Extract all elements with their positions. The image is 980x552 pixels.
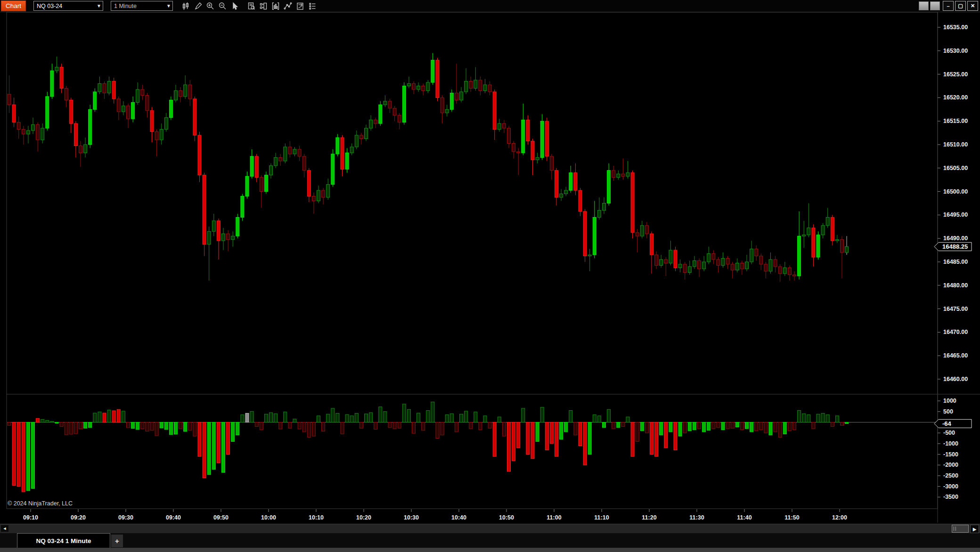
delta-bar <box>540 407 544 422</box>
minimize-button[interactable]: – <box>943 1 954 11</box>
candle <box>359 135 363 138</box>
candle <box>384 101 387 105</box>
chart-trader-icon[interactable] <box>257 1 270 11</box>
interval-dropdown[interactable]: 1 Minute ▼ <box>111 1 173 11</box>
delta-bar <box>631 422 634 457</box>
delta-bar <box>188 422 192 430</box>
delta-bar <box>431 402 434 422</box>
delta-bar <box>788 422 791 431</box>
delta-bar <box>388 422 392 428</box>
delta-bar <box>255 422 258 427</box>
candle <box>69 100 73 123</box>
candle <box>322 190 325 197</box>
candle <box>731 264 734 270</box>
delta-bar <box>807 415 810 422</box>
delta-bar <box>835 416 839 422</box>
delta-bar <box>655 422 658 457</box>
delta-bar <box>331 408 335 422</box>
delta-bar <box>17 422 20 487</box>
price-axis-label: 16535.00 <box>943 24 968 31</box>
delta-bar <box>236 422 239 435</box>
delta-bar <box>274 414 278 422</box>
cursor-icon[interactable] <box>229 1 241 11</box>
drawing-line-icon[interactable] <box>282 1 294 11</box>
delta-bar <box>826 415 829 422</box>
close-button[interactable]: ✕ <box>967 1 978 11</box>
zoom-out-icon[interactable] <box>216 1 229 11</box>
delta-bar <box>184 422 187 432</box>
delta-bar <box>731 422 734 429</box>
instrument-link-icon[interactable] <box>919 1 929 10</box>
strategies-icon[interactable] <box>294 1 306 11</box>
delta-bar <box>750 422 753 432</box>
candle <box>317 190 320 201</box>
delta-bar <box>841 422 844 426</box>
candle <box>341 138 344 169</box>
delta-bar <box>374 422 377 430</box>
delta-bar <box>231 422 235 442</box>
delta-bar <box>512 422 515 461</box>
candle <box>336 138 339 154</box>
delta-axis-label: -1500 <box>943 451 958 458</box>
indicators-icon[interactable] <box>270 1 282 11</box>
candle <box>669 250 672 263</box>
candle <box>426 82 430 90</box>
zoom-in-icon[interactable] <box>204 1 216 11</box>
candle <box>740 263 743 268</box>
scrollbar-grip <box>956 527 956 531</box>
delta-bar <box>707 422 710 430</box>
candle <box>826 217 829 225</box>
instrument-dropdown[interactable]: NQ 03-24 ▼ <box>33 1 103 11</box>
delta-axis[interactable]: 1000500-500-1000-1500-2000-2500-3000-350… <box>938 398 958 500</box>
delta-bar <box>207 422 211 475</box>
candle <box>717 260 720 265</box>
price-axis-label: 16500.00 <box>943 188 968 195</box>
time-axis[interactable]: 09:1009:2009:3009:4009:5010:0010:1010:20… <box>23 509 847 521</box>
delta-bar <box>441 422 444 435</box>
price-axis[interactable]: 16535.0016530.0016525.0016520.0016515.00… <box>938 24 968 382</box>
delta-axis-label: -3000 <box>943 483 958 490</box>
candle <box>507 128 511 143</box>
scrollbar-thumb[interactable] <box>952 525 969 533</box>
price-axis-label: 16480.00 <box>943 282 968 289</box>
candle <box>284 147 287 161</box>
delta-bar <box>640 422 644 431</box>
candle <box>369 120 373 128</box>
horizontal-scrollbar[interactable]: ◄ ▶ <box>0 524 980 534</box>
candle <box>555 170 558 197</box>
candle <box>460 92 463 100</box>
candle <box>193 99 196 135</box>
candle <box>217 221 220 241</box>
delta-bar <box>365 414 368 422</box>
candle <box>474 80 477 88</box>
candle <box>212 221 215 231</box>
maximize-button[interactable]: ▢ <box>955 1 966 11</box>
properties-list-icon[interactable] <box>306 1 318 11</box>
delta-bar <box>288 422 292 429</box>
scroll-right-arrow-icon[interactable]: ▶ <box>970 525 979 533</box>
scroll-left-arrow-icon[interactable]: ◄ <box>1 525 8 532</box>
price-axis-label: 16485.00 <box>943 259 968 265</box>
delta-bar <box>122 411 125 422</box>
pencil-draw-icon[interactable] <box>192 1 204 11</box>
time-axis-label: 10:20 <box>356 514 371 521</box>
candle <box>298 149 301 156</box>
delta-bar <box>664 422 668 448</box>
chart-menu-button[interactable]: Chart <box>1 0 26 11</box>
candle <box>455 93 458 100</box>
candle <box>621 174 625 176</box>
candle <box>26 130 30 134</box>
delta-bar <box>146 422 149 431</box>
data-box-icon[interactable] <box>245 1 257 11</box>
candle <box>450 93 453 109</box>
chart-canvas[interactable]: 16535.0016530.0016525.0016520.0016515.00… <box>0 12 980 524</box>
candle <box>374 120 377 123</box>
candlestick-chart-icon[interactable] <box>180 1 192 11</box>
delta-bar <box>212 422 215 470</box>
add-tab-button[interactable]: + <box>111 535 123 547</box>
tab-nq-03-24-1-minute[interactable]: NQ 03-24 1 Minute <box>17 533 110 548</box>
delta-bar <box>422 422 425 430</box>
delta-bar <box>84 422 87 429</box>
delta-bar <box>469 422 473 429</box>
interval-link-icon[interactable] <box>930 1 940 10</box>
